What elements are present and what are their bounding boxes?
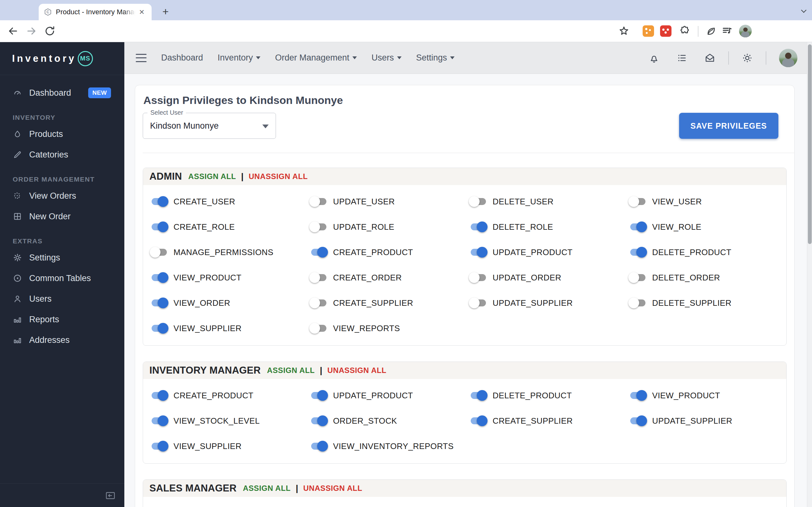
privilege-toggle[interactable]	[628, 271, 648, 284]
task-list-icon[interactable]	[676, 52, 688, 64]
select-user-dropdown[interactable]: Select User Kindson Munonye	[143, 113, 276, 139]
privilege-toggle[interactable]	[309, 246, 328, 259]
privilege-toggle[interactable]	[628, 389, 648, 402]
privilege-toggle[interactable]	[468, 195, 488, 208]
window-scrollbar[interactable]	[807, 42, 812, 507]
chevron-down-icon	[256, 56, 260, 59]
privilege-label: VIEW_SUPPLIER	[173, 324, 242, 333]
privilege-toggle[interactable]	[149, 297, 169, 309]
sidebar-collapse-icon[interactable]	[105, 490, 116, 501]
new-tab-button[interactable]: +	[159, 4, 172, 18]
notifications-bell-icon[interactable]	[648, 52, 660, 64]
nav-link-users[interactable]: Users	[371, 53, 402, 63]
unassign-all-button[interactable]: UNASSIGN ALL	[327, 366, 386, 375]
privilege-create-supplier: CREATE_SUPPLIER	[305, 290, 465, 316]
privilege-toggle[interactable]	[468, 246, 488, 259]
sidebar-item-products[interactable]: Products	[0, 125, 124, 143]
privilege-toggle[interactable]	[309, 414, 328, 427]
theme-sun-icon[interactable]	[742, 52, 753, 64]
privilege-toggle[interactable]	[628, 221, 648, 233]
privilege-toggle[interactable]	[309, 195, 328, 208]
user-profile-avatar[interactable]	[779, 49, 798, 67]
privileges-grid: CREATE_PRODUCTUPDATE_PRODUCTDELETE_PRODU…	[143, 379, 786, 463]
assign-all-button[interactable]: ASSIGN ALL	[243, 484, 291, 493]
bookmark-star-icon[interactable]	[618, 25, 630, 37]
sidebar-item-new-order[interactable]: New Order	[0, 208, 124, 225]
unassign-all-button[interactable]: UNASSIGN ALL	[249, 172, 308, 181]
nav-link-settings[interactable]: Settings	[416, 53, 455, 63]
privilege-toggle[interactable]	[468, 297, 488, 309]
sidebar-item-reports[interactable]: Reports	[0, 311, 124, 328]
privilege-toggle[interactable]	[149, 246, 169, 259]
privilege-label: DELETE_PRODUCT	[493, 391, 572, 400]
privilege-update-product: UPDATE_PRODUCT	[465, 239, 624, 265]
nav-link-order-management[interactable]: Order Management	[275, 53, 357, 63]
privilege-toggle[interactable]	[468, 271, 488, 284]
privilege-toggle[interactable]	[149, 440, 169, 452]
nav-link-label: Inventory	[217, 53, 253, 63]
privilege-create-product: CREATE_PRODUCT	[146, 383, 305, 408]
privilege-toggle[interactable]	[309, 440, 328, 452]
privilege-toggle[interactable]	[468, 414, 488, 427]
refresh-icon[interactable]	[44, 25, 56, 37]
privilege-order-stock: ORDER_STOCK	[305, 408, 465, 434]
chevron-down-icon	[397, 56, 402, 59]
nav-link-inventory[interactable]: Inventory	[217, 53, 260, 63]
privilege-toggle[interactable]	[149, 271, 169, 284]
privilege-toggle[interactable]	[628, 246, 648, 259]
browser-profile-avatar[interactable]	[739, 25, 752, 38]
save-privileges-button[interactable]: SAVE PRIVILEGES	[679, 113, 778, 139]
sidebar-item-addresses[interactable]: Addresses	[0, 331, 124, 349]
scrollbar-thumb[interactable]	[808, 44, 812, 244]
privilege-delete-user: DELETE_USER	[465, 189, 624, 214]
forward-icon[interactable]	[26, 25, 38, 37]
assign-all-button[interactable]: ASSIGN ALL	[189, 172, 236, 181]
privilege-toggle[interactable]	[309, 221, 328, 233]
back-icon[interactable]	[7, 25, 19, 37]
sidebar-item-catetories[interactable]: Catetories	[0, 146, 124, 164]
privilege-toggle[interactable]	[628, 195, 648, 208]
sidebar-item-dashboard[interactable]: Dashboard NEW	[0, 84, 124, 102]
assign-all-button[interactable]: ASSIGN ALL	[267, 366, 315, 375]
select-user-value: Kindson Munonye	[143, 121, 218, 131]
privilege-toggle[interactable]	[309, 322, 328, 335]
sidebar-item-common-tables[interactable]: Common Tables	[0, 269, 124, 287]
privilege-label: MANAGE_PERMISSIONS	[173, 247, 273, 257]
privilege-toggle[interactable]	[468, 389, 488, 402]
tab-list-chevron-icon[interactable]	[802, 8, 807, 13]
sidebar-item-view-orders[interactable]: View Orders	[0, 187, 124, 205]
privilege-toggle[interactable]	[309, 297, 328, 309]
tab-close-icon[interactable]: ×	[136, 7, 147, 17]
unassign-all-button[interactable]: UNASSIGN ALL	[303, 484, 362, 493]
privilege-toggle[interactable]	[628, 297, 648, 309]
privilege-toggle[interactable]	[149, 322, 169, 335]
privilege-view-product: VIEW_PRODUCT	[146, 265, 305, 290]
sidebar-item-settings[interactable]: Settings	[0, 249, 124, 267]
mail-envelope-icon[interactable]	[704, 52, 716, 64]
privilege-toggle[interactable]	[468, 221, 488, 233]
privilege-label: UPDATE_ORDER	[493, 273, 561, 283]
privilege-toggle[interactable]	[628, 414, 648, 427]
privilege-create-order: CREATE_ORDER	[465, 501, 624, 507]
privilege-label: CREATE_ORDER	[333, 273, 402, 283]
extensions-puzzle-icon[interactable]	[678, 25, 690, 37]
site-favicon: C	[44, 8, 52, 16]
privilege-assigner-card: Assign Privileges to Kindson Munonye Sel…	[135, 85, 795, 507]
app-logo[interactable]: Inventory MS	[0, 42, 124, 75]
privilege-toggle[interactable]	[149, 221, 169, 233]
privilege-toggle[interactable]	[149, 389, 169, 402]
privilege-view-role: VIEW_ROLE	[624, 214, 784, 239]
sidebar-item-users[interactable]: Users	[0, 290, 124, 308]
nav-link-dashboard[interactable]: Dashboard	[161, 53, 203, 63]
hamburger-menu-icon[interactable]	[136, 54, 147, 62]
extension-mendeley-icon[interactable]	[660, 25, 671, 37]
privilege-toggle[interactable]	[149, 414, 169, 427]
energy-leaf-icon[interactable]	[705, 25, 717, 37]
browser-tab[interactable]: C Product - Inventory Managem ×	[39, 4, 152, 20]
sidebar-group-title-inventory: INVENTORY	[13, 114, 124, 121]
privilege-toggle[interactable]	[309, 271, 328, 284]
privilege-toggle[interactable]	[149, 195, 169, 208]
extension-orange-icon[interactable]	[643, 25, 654, 37]
media-playlist-icon[interactable]	[721, 25, 733, 37]
privilege-toggle[interactable]	[309, 389, 328, 402]
